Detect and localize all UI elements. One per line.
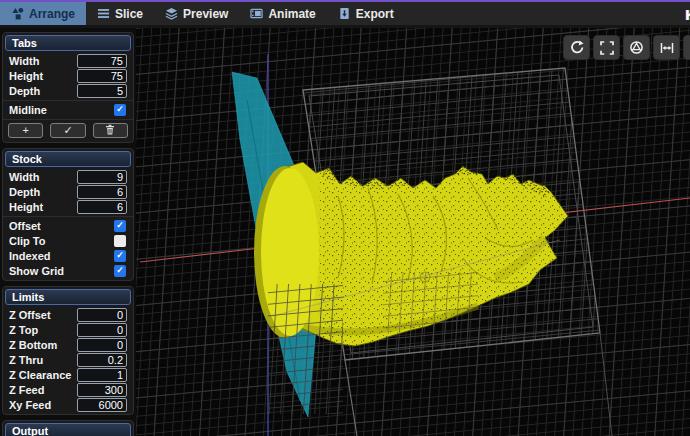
field-row: Depth: [3, 83, 133, 98]
download-icon: [338, 7, 351, 20]
tab-preview[interactable]: Preview: [154, 2, 239, 25]
aperture-icon: [629, 40, 644, 55]
checkmark-icon: ✓: [116, 251, 124, 260]
tab-label: Slice: [115, 7, 143, 21]
z-clearance-input[interactable]: [77, 368, 127, 382]
trash-icon: [105, 124, 115, 137]
panel-stock-header[interactable]: Stock: [5, 151, 131, 167]
xy-feed-input[interactable]: [77, 398, 127, 412]
field-row: Width: [3, 169, 133, 184]
stock-width-input[interactable]: [77, 170, 127, 184]
left-settings-panel: Tabs Width Height Depth Midline ✓ + ✓: [0, 28, 136, 436]
slice-lines-icon: [97, 7, 110, 20]
check-label: Offset: [9, 220, 41, 232]
fit-width-button[interactable]: [653, 35, 680, 60]
tab-export[interactable]: Export: [327, 2, 405, 25]
check-label: Show Grid: [9, 265, 64, 277]
add-tab-button[interactable]: +: [8, 123, 43, 138]
arrange-shapes-icon: [11, 7, 24, 20]
tab-label: Preview: [183, 7, 228, 21]
tabs-height-input[interactable]: [77, 69, 127, 83]
stock-height-input[interactable]: [77, 200, 127, 214]
tabs-width-input[interactable]: [77, 54, 127, 68]
panel-tabs-header[interactable]: Tabs: [5, 35, 131, 51]
field-label: Z Feed: [9, 384, 44, 396]
midline-checkbox[interactable]: ✓: [114, 104, 126, 116]
field-row: Depth: [3, 184, 133, 199]
field-label: Z Bottom: [9, 339, 57, 351]
tab-label: Animate: [268, 7, 315, 21]
check-row: Indexed ✓: [3, 248, 133, 263]
field-label: Depth: [9, 85, 40, 97]
tab-arrange[interactable]: Arrange: [0, 2, 86, 25]
top-menu-bar: Arrange Slice Preview Animate: [0, 0, 690, 28]
tabs-depth-input[interactable]: [77, 84, 127, 98]
layers-icon: [165, 7, 178, 20]
field-label: Z Clearance: [9, 369, 71, 381]
check-row: Clip To ✓: [3, 233, 133, 248]
scene-canvas: [133, 28, 690, 436]
rotate-view-button[interactable]: [563, 35, 590, 60]
show-grid-checkbox[interactable]: ✓: [114, 265, 126, 277]
field-label: Z Offset: [9, 309, 51, 321]
field-row: Z Offset: [3, 307, 133, 322]
brand-logo: K: [685, 6, 690, 23]
fullscreen-button[interactable]: [593, 35, 620, 60]
viewport-toolbar: [563, 35, 690, 60]
z-offset-input[interactable]: [77, 308, 127, 322]
tab-label: Export: [356, 7, 394, 21]
tab-slice[interactable]: Slice: [86, 2, 154, 25]
fullscreen-icon: [600, 41, 614, 55]
check-label: Midline: [9, 104, 47, 116]
delete-tabs-button[interactable]: [93, 123, 128, 138]
tab-animate[interactable]: Animate: [239, 2, 326, 25]
field-row: Z Feed: [3, 382, 133, 397]
rotate-icon: [569, 40, 584, 55]
field-label: Z Thru: [9, 354, 43, 366]
tab-label: Arrange: [29, 7, 75, 21]
field-label: Width: [9, 171, 39, 183]
clip-to-checkbox[interactable]: ✓: [114, 235, 126, 247]
indexed-checkbox[interactable]: ✓: [114, 250, 126, 262]
field-row: Height: [3, 68, 133, 83]
z-bottom-input[interactable]: [77, 338, 127, 352]
check-row: Show Grid ✓: [3, 263, 133, 278]
film-icon: [250, 7, 263, 20]
field-label: Z Top: [9, 324, 38, 336]
field-row: Xy Feed: [3, 397, 133, 412]
panel-output-header[interactable]: Output: [5, 423, 131, 436]
field-label: Height: [9, 201, 43, 213]
panel-stock: Stock Width Depth Height Offset ✓ Clip T…: [2, 148, 134, 281]
field-label: Height: [9, 70, 43, 82]
panel-limits-header[interactable]: Limits: [5, 289, 131, 305]
field-row: Height: [3, 199, 133, 214]
field-row: Z Thru: [3, 352, 133, 367]
panel-output: Output: [2, 420, 134, 436]
field-row: Z Bottom: [3, 337, 133, 352]
panel-tabs: Tabs Width Height Depth Midline ✓ + ✓: [2, 32, 134, 143]
z-feed-input[interactable]: [77, 383, 127, 397]
fit-width-icon: [660, 41, 674, 55]
check-row: Offset ✓: [3, 216, 133, 233]
z-top-input[interactable]: [77, 323, 127, 337]
check-label: Clip To: [9, 235, 45, 247]
checkmark-icon: ✓: [116, 105, 124, 114]
tabs-actions-row: + ✓: [3, 119, 133, 140]
offset-checkbox[interactable]: ✓: [114, 220, 126, 232]
render-quality-button[interactable]: [623, 35, 650, 60]
layers-view-button[interactable]: [683, 35, 690, 60]
stock-depth-input[interactable]: [77, 185, 127, 199]
z-thru-input[interactable]: [77, 353, 127, 367]
check-label: Indexed: [9, 250, 51, 262]
field-label: Depth: [9, 186, 40, 198]
checkmark-icon: ✓: [116, 266, 124, 275]
field-row: Z Clearance: [3, 367, 133, 382]
panel-limits: Limits Z Offset Z Top Z Bottom Z Thru Z …: [2, 286, 134, 415]
field-label: Width: [9, 55, 39, 67]
check-row: Midline ✓: [3, 100, 133, 117]
field-row: Z Top: [3, 322, 133, 337]
field-row: Width: [3, 53, 133, 68]
field-label: Xy Feed: [9, 399, 51, 411]
checkmark-icon: ✓: [116, 221, 124, 230]
confirm-tabs-button[interactable]: ✓: [50, 123, 85, 138]
